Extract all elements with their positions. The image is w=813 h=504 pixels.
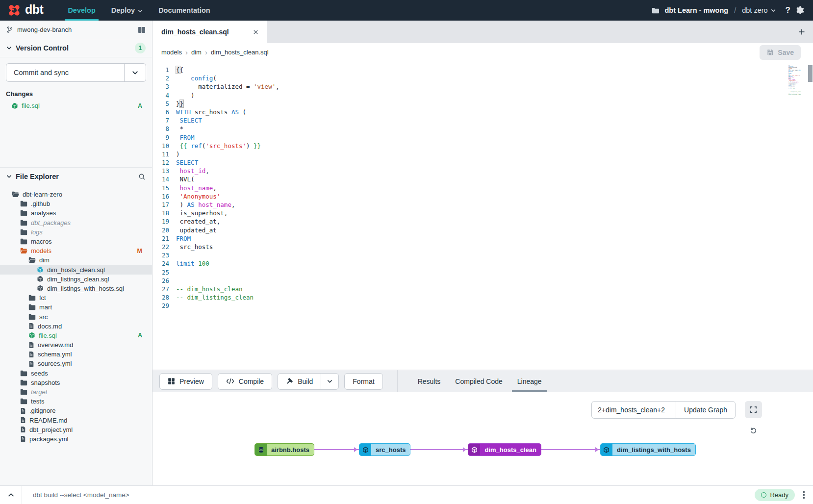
code-line: ) (176, 91, 813, 100)
tree-item-label: .gitignore (29, 407, 55, 414)
close-icon[interactable] (253, 29, 258, 35)
breadcrumb-item[interactable]: models (161, 49, 182, 56)
file-icon (20, 435, 26, 442)
code-content[interactable]: {{ config( materialized = 'view', )}}WIT… (176, 66, 813, 370)
file-icon (28, 323, 34, 329)
reset-view-icon[interactable] (745, 422, 762, 439)
version-control-header[interactable]: Version Control 1 (0, 39, 152, 57)
file-explorer-title: File Explorer (16, 173, 59, 180)
tree-item-target[interactable]: target (0, 387, 152, 397)
lineage-node-dim-listings-with-hosts[interactable]: dim_listings_with_hosts (600, 443, 696, 456)
dbt-logo[interactable]: dbt (7, 3, 43, 18)
tree-item-src[interactable]: src (0, 312, 152, 321)
preview-button-main[interactable]: Preview (160, 374, 212, 389)
tree-item-dim[interactable]: dim (0, 255, 152, 265)
nav-item-documentation[interactable]: Documentation (151, 0, 218, 21)
code-editor[interactable]: 1234567891011121314151617181920212223242… (152, 61, 813, 370)
tree-item-overview-md[interactable]: overview.md (0, 340, 152, 350)
tree-item-packages-yml[interactable]: packages.yml (0, 434, 152, 444)
minimap[interactable]: {{ config( materialized = 'view', )}}WIT… (788, 65, 801, 100)
build-button-main[interactable]: Build (278, 374, 321, 389)
nav-item-develop[interactable]: Develop (60, 0, 103, 21)
format-button[interactable]: Format (344, 373, 382, 390)
tree-item-seeds[interactable]: seeds (0, 369, 152, 378)
save-button[interactable]: Save (760, 45, 801, 60)
chevron-up-icon[interactable] (0, 493, 22, 497)
split-view-icon[interactable] (138, 26, 146, 33)
tree-item-mart[interactable]: mart (0, 302, 152, 312)
line-number: 9 (152, 133, 169, 142)
code-line: created_at, (176, 217, 813, 226)
tree-item-analyses[interactable]: analyses (0, 208, 152, 218)
lineage-node-src-hosts[interactable]: src_hosts (359, 443, 410, 456)
nav-item-deploy[interactable]: Deploy (103, 0, 151, 21)
tree-item-dbt-project-yml[interactable]: dbt_project.yml (0, 425, 152, 434)
line-number: 17 (152, 201, 169, 209)
git-branch-icon (6, 26, 13, 33)
environment-selector[interactable]: dbt zero (742, 6, 775, 14)
breadcrumb-item[interactable]: dim (191, 49, 202, 56)
build-button[interactable]: Build (278, 373, 339, 390)
changed-file-row[interactable]: file.sqlA (6, 102, 146, 109)
folder-open-icon (12, 191, 19, 198)
breadcrumb-item[interactable]: dim_hosts_clean.sql (211, 49, 269, 56)
lineage-selector-input[interactable] (591, 401, 676, 419)
gear-icon[interactable] (795, 6, 804, 15)
line-number: 22 (152, 243, 169, 251)
main-panel: dim_hosts_clean.sql models›dim›dim_hosts… (152, 21, 813, 485)
commit-and-sync-button[interactable]: Commit and sync (6, 63, 146, 82)
command-input[interactable] (33, 491, 755, 499)
tree-item-label: .github (31, 200, 50, 207)
fullscreen-icon[interactable] (745, 401, 762, 418)
tree-item-docs-md[interactable]: docs.md (0, 322, 152, 331)
tree-item--github[interactable]: .github (0, 199, 152, 208)
tree-item-schema-yml[interactable]: schema.yml (0, 350, 152, 359)
editor-scrollbar[interactable] (808, 65, 813, 82)
tab-results[interactable]: Results (410, 370, 448, 392)
lineage-node-dim-hosts-clean[interactable]: dim_hosts_clean (468, 443, 541, 456)
line-number: 4 (152, 91, 169, 100)
status-label: Ready (770, 491, 788, 499)
format-button-main[interactable]: Format (345, 374, 382, 389)
tree-item-logs[interactable]: logs (0, 227, 152, 237)
preview-button[interactable]: Preview (159, 373, 212, 390)
code-line: 'Anonymous' (176, 192, 813, 201)
tree-item-dim-listings-with-hosts-sql[interactable]: dim_listings_with_hosts.sql (0, 284, 152, 293)
tree-item-sources-yml[interactable]: sources.yml (0, 359, 152, 368)
tree-item-dim-listings-clean-sql[interactable]: dim_listings_clean.sql (0, 275, 152, 284)
branch-name: mwong-dev-branch (17, 26, 72, 33)
tree-item-file-sql[interactable]: file.sqlA (0, 331, 152, 340)
save-icon (766, 49, 774, 56)
build-dropdown-button[interactable] (321, 374, 338, 389)
tree-item-tests[interactable]: tests (0, 397, 152, 406)
compile-button[interactable]: Compile (218, 373, 272, 390)
new-tab-icon[interactable] (798, 28, 805, 35)
lineage-node-airbnb-hosts[interactable]: airbnb.hosts (254, 443, 314, 456)
tab-results-label: Results (418, 378, 441, 385)
tree-item-dbt-learn-zero[interactable]: dbt-learn-zero (0, 190, 152, 199)
tree-item-fct[interactable]: fct (0, 293, 152, 302)
kebab-menu-icon[interactable] (803, 491, 805, 499)
commit-options-button[interactable] (124, 64, 146, 81)
code-line: ) AS host_name, (176, 201, 813, 209)
tree-item-models[interactable]: modelsM (0, 246, 152, 255)
tab-dim-hosts-clean[interactable]: dim_hosts_clean.sql (152, 21, 267, 43)
help-icon[interactable]: ? (786, 5, 790, 15)
tree-item-readme-md[interactable]: README.md (0, 416, 152, 425)
tab-lineage[interactable]: Lineage (510, 370, 549, 392)
tree-item-dbt-packages[interactable]: dbt_packages (0, 218, 152, 227)
project-name[interactable]: dbt Learn - mwong (664, 6, 728, 14)
file-tree: dbt-learn-zero.githubanalysesdbt_package… (0, 185, 152, 444)
tab-compiled-code[interactable]: Compiled Code (448, 370, 510, 392)
folder-icon (28, 314, 36, 320)
update-graph-button[interactable]: Update Graph (676, 401, 736, 419)
tree-item-dim-hosts-clean-sql[interactable]: dim_hosts_clean.sql (0, 265, 152, 275)
file-explorer-header[interactable]: File Explorer (0, 167, 152, 185)
compile-button-main[interactable]: Compile (218, 374, 272, 389)
tree-item--gitignore[interactable]: .gitignore (0, 406, 152, 415)
search-icon[interactable] (138, 173, 146, 180)
database-icon (255, 444, 267, 455)
tree-item-macros[interactable]: macros (0, 237, 152, 246)
code-line (176, 277, 813, 285)
tree-item-snapshots[interactable]: snapshots (0, 378, 152, 387)
